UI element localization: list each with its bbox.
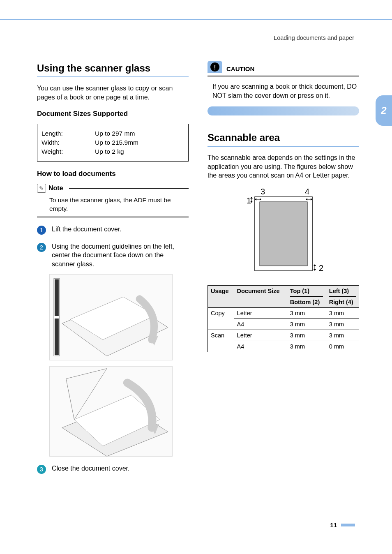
label-length: Length: [42, 130, 95, 137]
title-underline [37, 76, 189, 77]
caution-text: If you are scanning a book or thick docu… [212, 82, 359, 100]
cell-tb: 3 mm [287, 319, 326, 330]
diagram-label-2: 2 [319, 263, 323, 272]
step-2: 2 Using the document guidelines on the l… [37, 242, 189, 269]
svg-marker-22 [314, 264, 316, 266]
cell-tb: 3 mm [287, 330, 326, 341]
caution-tab: ! [208, 61, 222, 73]
cell-usage: Copy [208, 307, 234, 330]
label-width: Width: [42, 139, 95, 146]
diagram-label-3: 3 [261, 189, 265, 196]
value-width: Up to 215.9mm [95, 139, 138, 146]
cell-lr: 0 mm [326, 341, 359, 352]
step-3: 3 Close the document cover. [37, 464, 189, 474]
left-column: Using the scanner glass You can use the … [37, 46, 189, 477]
scannable-intro: The scannable area depends on the settin… [208, 153, 359, 180]
step-3-text: Close the document cover. [52, 464, 129, 474]
step-number-2: 2 [37, 243, 46, 252]
step-1: 1 Lift the document cover. [37, 225, 189, 235]
document-sizes-table: Length: Up to 297 mm Width: Up to 215.9m… [37, 124, 189, 162]
svg-marker-17 [260, 198, 261, 201]
caution-icon: ! [210, 62, 219, 72]
figure-scanner-open-side [49, 366, 173, 457]
step-2-text: Using the document guidelines on the lef… [52, 242, 189, 269]
page-header-label: Loading documents and paper [0, 20, 392, 46]
step-1-text: Lift the document cover. [52, 225, 122, 235]
svg-marker-23 [314, 269, 316, 271]
note-title: Note [48, 185, 63, 192]
table-row: Scan Letter 3 mm 3 mm [208, 330, 359, 341]
note-close-rule [37, 217, 189, 217]
cell-tb: 3 mm [287, 341, 326, 352]
scannable-diagram: 1 3 4 2 [208, 187, 359, 277]
note-icon: ✎ [37, 184, 46, 193]
step-number-3: 3 [37, 465, 46, 474]
cell-lr: 3 mm [326, 319, 359, 330]
page-number: 11 [330, 522, 355, 529]
th-leftright: Left (3) Right (4) [326, 285, 359, 307]
heading-how-to-load: How to load documents [37, 170, 189, 178]
note-block: ✎ Note To use the scanner glass, the ADF… [37, 184, 189, 217]
page-number-bar [341, 524, 355, 526]
right-column: ! CAUTION If you are scanning a book or … [208, 46, 359, 477]
cell-lr: 3 mm [326, 307, 359, 319]
cell-usage: Scan [208, 330, 234, 352]
chapter-tab: 2 [376, 95, 392, 126]
heading-document-sizes: Document Sizes Supported [37, 110, 189, 118]
diagram-label-1: 1 [247, 196, 251, 205]
cell-size: A4 [234, 341, 287, 352]
scannable-area-table: Usage Document Size Top (1) Bottom (2) L… [208, 285, 359, 352]
th-topbottom: Top (1) Bottom (2) [287, 285, 326, 307]
intro-text: You can use the scanner glass to copy or… [37, 84, 189, 102]
caution-block: ! CAUTION If you are scanning a book or … [208, 62, 359, 115]
cell-size: Letter [234, 307, 287, 319]
value-weight: Up to 2 kg [95, 148, 124, 155]
cell-lr: 3 mm [326, 330, 359, 341]
note-text: To use the scanner glass, the ADF must b… [49, 196, 189, 213]
svg-rect-1 [55, 279, 59, 316]
step-number-1: 1 [37, 226, 46, 235]
svg-marker-19 [306, 198, 307, 201]
value-length: Up to 297 mm [95, 130, 135, 137]
figure-scanner-open-top [49, 274, 173, 360]
section-title-scanner-glass: Using the scanner glass [37, 62, 189, 74]
caution-footer-bar [208, 106, 359, 115]
title-underline-2 [208, 146, 359, 147]
diagram-label-4: 4 [305, 189, 309, 196]
th-docsize: Document Size [234, 285, 287, 307]
caution-title: CAUTION [226, 65, 254, 72]
top-bar [0, 0, 392, 20]
cell-tb: 3 mm [287, 307, 326, 319]
label-weight: Weight: [42, 148, 95, 155]
th-usage: Usage [208, 285, 234, 307]
section-title-scannable-area: Scannable area [208, 132, 359, 143]
note-rule [69, 188, 189, 189]
cell-size: A4 [234, 319, 287, 330]
svg-rect-11 [260, 202, 307, 266]
cell-size: Letter [234, 330, 287, 341]
svg-rect-2 [55, 319, 59, 355]
table-row: Copy Letter 3 mm 3 mm [208, 307, 359, 319]
